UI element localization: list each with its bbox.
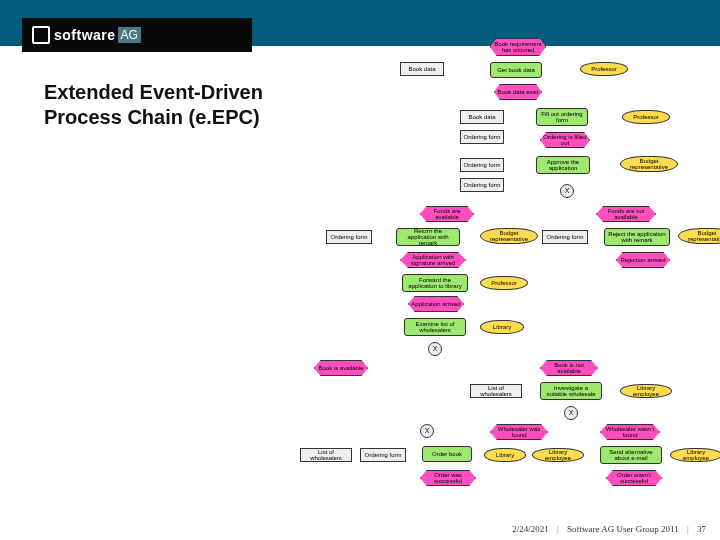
data-object-d10: Ordering form — [360, 448, 406, 462]
connector-c5: X — [420, 424, 434, 438]
data-object-d2: Book data — [460, 110, 504, 124]
org-unit-o10: Library — [484, 448, 526, 462]
data-object-d5: Ordering form — [460, 178, 504, 192]
org-unit-o9: Library employee — [670, 448, 720, 462]
connector-c2: X — [428, 342, 442, 356]
event-e8: Application arrived — [408, 296, 464, 312]
event-e3: Ordering is filled out — [540, 132, 590, 148]
epc-diagram: Book requirement has occuredBook dataGet… — [280, 38, 710, 508]
slide-footer: 2/24/2021 | Software AG User Group 2011 … — [512, 524, 706, 534]
function-f5: Reject the application with remark — [604, 228, 670, 246]
org-unit-o2: Professor — [622, 110, 670, 124]
footer-sep-icon: | — [557, 524, 559, 534]
brand-logo: software AG — [22, 18, 252, 52]
data-object-d1: Book data — [400, 62, 444, 76]
function-f8: Investigate a suitable wholesale — [540, 382, 602, 400]
org-unit-o11: Library employee — [532, 448, 584, 462]
event-e11: Wholesaler was found — [490, 424, 548, 440]
function-f10: Order book — [422, 446, 472, 462]
function-f1: Get book data — [490, 62, 542, 78]
org-unit-o5: Budget representative — [678, 228, 720, 244]
org-unit-o7: Library — [480, 320, 524, 334]
event-e7: Rejection arrived — [616, 252, 670, 268]
data-object-d9: List of wholesalers — [300, 448, 352, 462]
event-e10: Book is not available — [540, 360, 598, 376]
data-object-d4: Ordering form — [460, 158, 504, 172]
org-unit-o3: Budget representative — [620, 156, 678, 172]
function-f3: Approve the application — [536, 156, 590, 174]
event-e12: Wholesaler wasn't found — [600, 424, 660, 440]
data-object-d7: Ordering form — [542, 230, 588, 244]
function-f4: Return the application with remark — [396, 228, 460, 246]
data-object-d6: Ordering form — [326, 230, 372, 244]
event-e4: Funds are available — [420, 206, 474, 222]
brand-suffix: AG — [118, 27, 141, 43]
event-e14: Order was successful — [420, 470, 476, 486]
data-object-d3: Ordering form — [460, 130, 504, 144]
footer-date: 2/24/2021 — [512, 524, 549, 534]
brand-mark-icon — [32, 26, 50, 44]
footer-page: 37 — [697, 524, 706, 534]
event-e1: Book requirement has occured — [490, 38, 546, 56]
org-unit-o1: Professor — [580, 62, 628, 76]
brand-text: software — [54, 27, 116, 43]
footer-group: Software AG User Group 2011 — [567, 524, 679, 534]
function-f7: Examine list of wholesalers — [404, 318, 466, 336]
connector-c3: X — [564, 406, 578, 420]
connector-c1: X — [560, 184, 574, 198]
event-e9: Book is available — [314, 360, 368, 376]
page-title: Extended Event-Driven Process Chain (e.E… — [44, 80, 304, 130]
org-unit-o4: Budget representative — [480, 228, 538, 244]
org-unit-o6: Professor — [480, 276, 528, 290]
function-f9: Send alternative about e-mail — [600, 446, 662, 464]
event-e2: Book data exist — [494, 84, 542, 100]
function-f2: Fill out ordering form — [536, 108, 588, 126]
event-e5: Funds are not available — [596, 206, 656, 222]
event-e13: Order wasn't successful — [606, 470, 662, 486]
event-e6: Application with signature arrived — [400, 252, 466, 268]
footer-sep-icon: | — [687, 524, 689, 534]
data-object-d8: List of wholesalers — [470, 384, 522, 398]
org-unit-o8: Library employee — [620, 384, 672, 398]
function-f6: Forward the application to library — [402, 274, 468, 292]
